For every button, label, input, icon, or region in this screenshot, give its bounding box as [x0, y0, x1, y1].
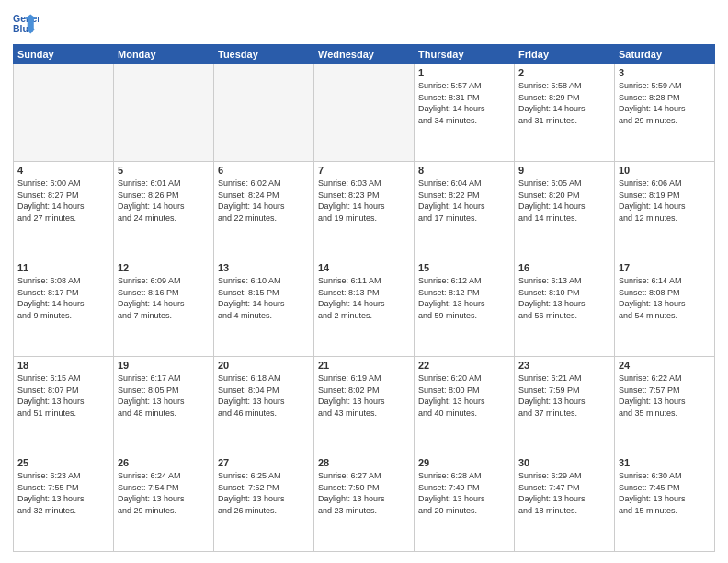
calendar-cell: 25Sunrise: 6:23 AM Sunset: 7:55 PM Dayli… — [14, 454, 114, 552]
day-number: 21 — [318, 360, 410, 371]
day-number: 2 — [518, 67, 610, 78]
calendar-table: SundayMondayTuesdayWednesdayThursdayFrid… — [13, 44, 715, 552]
day-number: 10 — [619, 165, 711, 176]
day-info: Sunrise: 5:57 AM Sunset: 8:31 PM Dayligh… — [418, 80, 510, 126]
weekday-header-tuesday: Tuesday — [214, 45, 314, 64]
day-info: Sunrise: 6:12 AM Sunset: 8:12 PM Dayligh… — [418, 275, 510, 321]
calendar-cell: 16Sunrise: 6:13 AM Sunset: 8:10 PM Dayli… — [515, 259, 615, 357]
day-number: 23 — [518, 360, 610, 371]
day-info: Sunrise: 6:06 AM Sunset: 8:19 PM Dayligh… — [619, 178, 711, 224]
day-number: 13 — [218, 262, 310, 273]
day-info: Sunrise: 6:00 AM Sunset: 8:27 PM Dayligh… — [17, 178, 109, 224]
day-number: 1 — [418, 67, 510, 78]
calendar-cell: 26Sunrise: 6:24 AM Sunset: 7:54 PM Dayli… — [114, 454, 214, 552]
day-info: Sunrise: 5:59 AM Sunset: 8:28 PM Dayligh… — [619, 80, 711, 126]
calendar-cell — [114, 64, 214, 162]
header: General Blue — [13, 11, 715, 37]
calendar-week-2: 4Sunrise: 6:00 AM Sunset: 8:27 PM Daylig… — [14, 162, 715, 259]
calendar-cell: 17Sunrise: 6:14 AM Sunset: 8:08 PM Dayli… — [615, 259, 715, 357]
day-info: Sunrise: 6:11 AM Sunset: 8:13 PM Dayligh… — [318, 275, 410, 321]
weekday-header-thursday: Thursday — [415, 45, 515, 64]
day-number: 29 — [418, 457, 510, 468]
day-number: 4 — [17, 165, 109, 176]
calendar-cell: 13Sunrise: 6:10 AM Sunset: 8:15 PM Dayli… — [214, 259, 314, 357]
calendar-cell — [314, 64, 415, 162]
day-info: Sunrise: 6:13 AM Sunset: 8:10 PM Dayligh… — [518, 275, 610, 321]
day-info: Sunrise: 6:04 AM Sunset: 8:22 PM Dayligh… — [418, 178, 510, 224]
calendar-cell: 10Sunrise: 6:06 AM Sunset: 8:19 PM Dayli… — [615, 162, 715, 259]
calendar-cell: 8Sunrise: 6:04 AM Sunset: 8:22 PM Daylig… — [415, 162, 515, 259]
calendar-cell: 12Sunrise: 6:09 AM Sunset: 8:16 PM Dayli… — [114, 259, 214, 357]
calendar-week-5: 25Sunrise: 6:23 AM Sunset: 7:55 PM Dayli… — [14, 454, 715, 552]
day-number: 5 — [118, 165, 210, 176]
calendar-cell: 15Sunrise: 6:12 AM Sunset: 8:12 PM Dayli… — [415, 259, 515, 357]
day-info: Sunrise: 6:20 AM Sunset: 8:00 PM Dayligh… — [418, 373, 510, 419]
weekday-header-row: SundayMondayTuesdayWednesdayThursdayFrid… — [14, 45, 715, 64]
day-info: Sunrise: 6:17 AM Sunset: 8:05 PM Dayligh… — [118, 373, 210, 419]
day-number: 8 — [418, 165, 510, 176]
day-number: 16 — [518, 262, 610, 273]
logo: General Blue — [13, 11, 42, 37]
day-info: Sunrise: 6:21 AM Sunset: 7:59 PM Dayligh… — [518, 373, 610, 419]
weekday-header-saturday: Saturday — [615, 45, 715, 64]
day-number: 7 — [318, 165, 410, 176]
page: General Blue SundayMondayTuesdayWednesda… — [0, 0, 728, 563]
day-info: Sunrise: 6:25 AM Sunset: 7:52 PM Dayligh… — [218, 470, 310, 516]
day-info: Sunrise: 6:14 AM Sunset: 8:08 PM Dayligh… — [619, 275, 711, 321]
calendar-cell — [214, 64, 314, 162]
day-info: Sunrise: 6:27 AM Sunset: 7:50 PM Dayligh… — [318, 470, 410, 516]
day-info: Sunrise: 6:08 AM Sunset: 8:17 PM Dayligh… — [17, 275, 109, 321]
day-number: 18 — [17, 360, 109, 371]
weekday-header-friday: Friday — [515, 45, 615, 64]
calendar-cell: 20Sunrise: 6:18 AM Sunset: 8:04 PM Dayli… — [214, 357, 314, 454]
calendar-cell: 4Sunrise: 6:00 AM Sunset: 8:27 PM Daylig… — [14, 162, 114, 259]
calendar-cell: 31Sunrise: 6:30 AM Sunset: 7:45 PM Dayli… — [615, 454, 715, 552]
calendar-cell: 11Sunrise: 6:08 AM Sunset: 8:17 PM Dayli… — [14, 259, 114, 357]
day-number: 6 — [218, 165, 310, 176]
day-number: 17 — [619, 262, 711, 273]
calendar-cell: 7Sunrise: 6:03 AM Sunset: 8:23 PM Daylig… — [314, 162, 415, 259]
day-number: 15 — [418, 262, 510, 273]
day-info: Sunrise: 6:03 AM Sunset: 8:23 PM Dayligh… — [318, 178, 410, 224]
calendar-cell: 23Sunrise: 6:21 AM Sunset: 7:59 PM Dayli… — [515, 357, 615, 454]
day-number: 14 — [318, 262, 410, 273]
calendar-cell: 2Sunrise: 5:58 AM Sunset: 8:29 PM Daylig… — [515, 64, 615, 162]
day-info: Sunrise: 6:09 AM Sunset: 8:16 PM Dayligh… — [118, 275, 210, 321]
day-number: 27 — [218, 457, 310, 468]
day-info: Sunrise: 6:23 AM Sunset: 7:55 PM Dayligh… — [17, 470, 109, 516]
day-number: 22 — [418, 360, 510, 371]
day-info: Sunrise: 6:05 AM Sunset: 8:20 PM Dayligh… — [518, 178, 610, 224]
calendar-cell — [14, 64, 114, 162]
day-number: 12 — [118, 262, 210, 273]
day-number: 19 — [118, 360, 210, 371]
calendar-cell: 28Sunrise: 6:27 AM Sunset: 7:50 PM Dayli… — [314, 454, 415, 552]
calendar-cell: 18Sunrise: 6:15 AM Sunset: 8:07 PM Dayli… — [14, 357, 114, 454]
calendar-cell: 27Sunrise: 6:25 AM Sunset: 7:52 PM Dayli… — [214, 454, 314, 552]
day-info: Sunrise: 6:10 AM Sunset: 8:15 PM Dayligh… — [218, 275, 310, 321]
day-number: 9 — [518, 165, 610, 176]
day-info: Sunrise: 6:15 AM Sunset: 8:07 PM Dayligh… — [17, 373, 109, 419]
day-info: Sunrise: 6:24 AM Sunset: 7:54 PM Dayligh… — [118, 470, 210, 516]
calendar-cell: 5Sunrise: 6:01 AM Sunset: 8:26 PM Daylig… — [114, 162, 214, 259]
day-number: 20 — [218, 360, 310, 371]
calendar-cell: 1Sunrise: 5:57 AM Sunset: 8:31 PM Daylig… — [415, 64, 515, 162]
weekday-header-monday: Monday — [114, 45, 214, 64]
calendar-cell: 22Sunrise: 6:20 AM Sunset: 8:00 PM Dayli… — [415, 357, 515, 454]
logo-icon: General Blue — [13, 11, 39, 37]
day-number: 26 — [118, 457, 210, 468]
day-number: 31 — [619, 457, 711, 468]
calendar-week-1: 1Sunrise: 5:57 AM Sunset: 8:31 PM Daylig… — [14, 64, 715, 162]
day-number: 3 — [619, 67, 711, 78]
calendar-cell: 29Sunrise: 6:28 AM Sunset: 7:49 PM Dayli… — [415, 454, 515, 552]
day-info: Sunrise: 6:02 AM Sunset: 8:24 PM Dayligh… — [218, 178, 310, 224]
calendar-cell: 14Sunrise: 6:11 AM Sunset: 8:13 PM Dayli… — [314, 259, 415, 357]
day-info: Sunrise: 6:29 AM Sunset: 7:47 PM Dayligh… — [518, 470, 610, 516]
day-info: Sunrise: 6:30 AM Sunset: 7:45 PM Dayligh… — [619, 470, 711, 516]
day-info: Sunrise: 5:58 AM Sunset: 8:29 PM Dayligh… — [518, 80, 610, 126]
calendar-week-3: 11Sunrise: 6:08 AM Sunset: 8:17 PM Dayli… — [14, 259, 715, 357]
calendar-cell: 6Sunrise: 6:02 AM Sunset: 8:24 PM Daylig… — [214, 162, 314, 259]
calendar-cell: 9Sunrise: 6:05 AM Sunset: 8:20 PM Daylig… — [515, 162, 615, 259]
calendar-cell: 19Sunrise: 6:17 AM Sunset: 8:05 PM Dayli… — [114, 357, 214, 454]
day-number: 25 — [17, 457, 109, 468]
calendar-cell: 30Sunrise: 6:29 AM Sunset: 7:47 PM Dayli… — [515, 454, 615, 552]
